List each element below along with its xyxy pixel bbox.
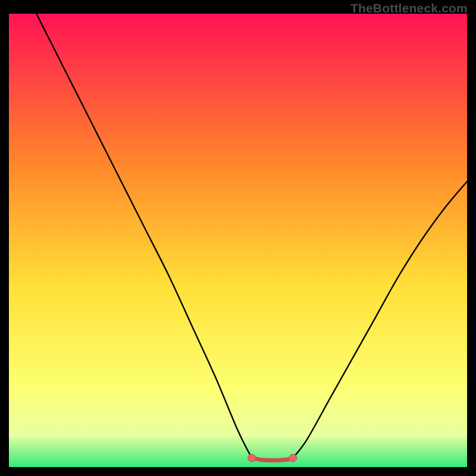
marker-left (248, 454, 256, 462)
gradient-background (9, 14, 467, 467)
chart-frame: TheBottleneck.com (0, 0, 476, 476)
plot-area (9, 14, 467, 467)
chart-svg (9, 14, 467, 467)
marker-right (289, 454, 297, 462)
flat-highlight (252, 458, 293, 461)
